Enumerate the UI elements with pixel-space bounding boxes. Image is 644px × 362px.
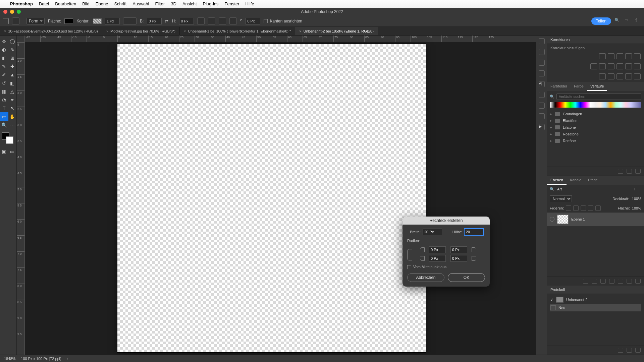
dialog-height-input[interactable] [464,229,484,235]
actions-panel-icon[interactable]: ▶ [539,124,545,130]
exposure-icon[interactable] [625,53,632,59]
path-ops-icon[interactable] [197,17,205,25]
new-folder-icon[interactable] [618,169,623,174]
ruler-origin-icon[interactable] [17,36,25,42]
radius-br-input[interactable] [450,255,467,262]
minimize-window-icon[interactable] [10,10,14,14]
menu-layer[interactable]: Ebene [96,1,108,6]
menu-help[interactable]: Hilfe [246,1,254,6]
trash-icon[interactable] [635,169,641,174]
libraries-panel-icon[interactable] [539,113,545,119]
tab-swatches[interactable]: Farbfelder [547,82,571,91]
brush-tool-icon[interactable]: ✐ [0,70,8,79]
threshold-icon[interactable] [608,73,614,79]
eyedropper-tool-icon[interactable]: ✎ [0,62,8,70]
stroke-swatch[interactable] [93,18,102,24]
lasso-tool-icon[interactable]: ◐ [0,45,8,54]
frame-tool-icon[interactable]: ⊞ [8,54,17,62]
path-align-icon[interactable] [208,17,215,25]
pattern-icon[interactable] [634,73,641,79]
bw-icon[interactable] [599,63,606,69]
quickmask-icon[interactable]: ▣ [0,147,8,156]
folder-rosatoene[interactable]: Rosatöne [550,131,641,137]
radius-tr-input[interactable] [450,246,467,253]
menu-edit[interactable]: Bearbeiten [55,1,76,6]
filter-type-icon[interactable]: T [634,187,636,191]
rectangle-tool-icon[interactable]: ▭ [0,112,8,121]
posterize-icon[interactable] [599,73,606,79]
link-layers-icon[interactable] [583,279,588,284]
layer-row-ebene1[interactable]: Ebene 1 [547,212,644,226]
trash-icon[interactable] [635,348,641,353]
lock-all-icon[interactable] [595,205,601,211]
mask-icon[interactable] [600,279,606,284]
radius-bl-input[interactable] [429,255,446,262]
tab-layers[interactable]: Ebenen [547,176,567,185]
edit-toolbar-icon[interactable]: ⋯ [8,121,17,129]
workspace-icon[interactable]: ▭ [625,18,631,24]
document-canvas[interactable] [117,44,426,352]
path-select-tool-icon[interactable]: ↖ [8,104,17,112]
menu-image[interactable]: Bild [82,1,90,6]
layer-name[interactable]: Ebene 1 [571,217,585,221]
brightness-icon[interactable] [599,53,606,59]
color-wells[interactable] [0,132,16,145]
gradient-search-input[interactable] [556,93,641,100]
home-icon[interactable] [3,18,9,24]
doc-tab-3[interactable]: ×Unbenannt-1 bei 100% (Tonwertkorrektur … [180,27,295,35]
new-layer-icon[interactable] [627,279,632,284]
pen-tool-icon[interactable]: ✒ [8,96,17,104]
properties-panel-icon[interactable] [539,60,545,66]
menu-3d[interactable]: 3D [171,1,176,6]
fill-swatch[interactable] [64,18,73,24]
glyphs-panel-icon[interactable] [539,103,545,109]
hand-tool-icon[interactable]: ✋ [8,112,17,121]
new-snapshot-icon[interactable] [627,348,632,353]
trash-icon[interactable] [635,279,641,284]
from-center-checkbox[interactable]: Vom Mittelpunkt aus [407,265,446,269]
menu-filter[interactable]: Filter [155,1,165,6]
color-lookup-icon[interactable] [625,63,632,69]
cancel-button[interactable]: Abbrechen [407,273,444,282]
create-doc-from-state-icon[interactable] [618,348,623,353]
hue-icon[interactable] [590,63,597,69]
type-tool-icon[interactable]: T [0,104,8,112]
healing-tool-icon[interactable]: ✚ [8,62,17,70]
eraser-tool-icon[interactable]: ◧ [8,79,17,87]
history-snapshot[interactable]: ↙ Unbenannt-2 [550,295,641,304]
new-preset-icon[interactable] [627,169,632,174]
group-icon[interactable] [618,279,623,284]
link-wh-icon[interactable]: ⇄ [165,19,168,23]
history-step-neu[interactable]: Neu [550,304,641,311]
zoom-tool-icon[interactable]: 🔍 [0,121,8,129]
invert-icon[interactable] [634,63,641,69]
layer-thumbnail[interactable] [557,215,569,224]
align-edges-checkbox[interactable]: Kanten ausrichten [264,19,302,23]
adjustment-layer-icon[interactable] [609,279,614,284]
gear-icon[interactable] [229,17,237,25]
menu-view[interactable]: Ansicht [182,1,197,6]
folder-grundlagen[interactable]: Grundlagen [550,111,641,117]
radius-tl-input[interactable] [429,246,446,253]
gradient-tool-icon[interactable]: ▦ [0,87,8,96]
menu-window[interactable]: Fenster [225,1,239,6]
history-panel-header[interactable]: Protokoll [547,286,644,294]
folder-lilatoene[interactable]: Lilatöne [550,124,641,131]
ruler-horizontal[interactable]: -25-20-15-10-505101520253035404550556065… [25,36,536,42]
history-brush-source-icon[interactable]: ↙ [550,297,553,302]
doc-tab-4[interactable]: ×Unbenannt-2 bei 1850% (Ebene 1, RGB/8) [295,27,378,35]
link-radii-icon[interactable] [407,249,412,260]
gradient-map-icon[interactable] [616,73,623,79]
height-input[interactable] [179,18,194,24]
blend-mode-select[interactable]: Normal [550,195,572,202]
corner-radius-input[interactable] [246,18,260,24]
selective-color-icon[interactable] [625,73,632,79]
dodge-tool-icon[interactable]: ◔ [0,96,8,104]
share-button[interactable]: Teilen [591,17,611,25]
close-tab-icon[interactable]: × [299,29,301,33]
search-icon[interactable]: 🔍 [614,18,621,24]
tab-channels[interactable]: Kanäle [567,176,585,185]
app-name[interactable]: Photoshop [10,1,33,6]
fill-value[interactable]: 100% [632,206,641,210]
doc-info-chevron-icon[interactable]: › [67,357,68,361]
